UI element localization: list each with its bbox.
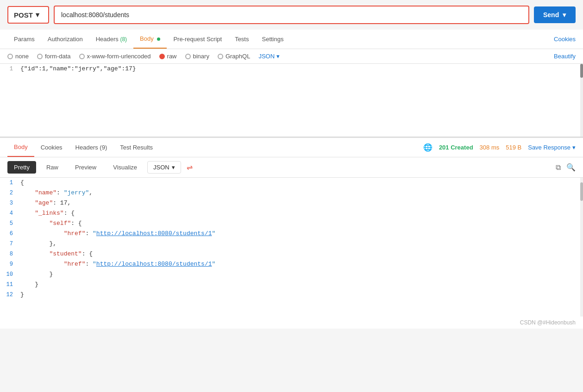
- link-self-href[interactable]: http://localhost:8080/students/1: [96, 230, 212, 237]
- option-graphql[interactable]: GraphQL: [218, 53, 250, 60]
- radio-form-data[interactable]: [37, 54, 43, 59]
- beautify-button[interactable]: Beautify: [554, 53, 576, 60]
- format-bar: Pretty Raw Preview Visualize JSON ▾ ⇌ ⧉ …: [0, 157, 583, 178]
- resp-line-11: 11 }: [0, 280, 583, 290]
- scrollbar-thumb: [580, 64, 583, 78]
- resp-line-10: 10 }: [0, 269, 583, 280]
- editor-line-1: 1 {"id":1,"name":"jerry","age":17}: [0, 64, 583, 74]
- method-chevron: ▾: [36, 11, 39, 19]
- cookies-link[interactable]: Cookies: [554, 30, 576, 48]
- tab-headers[interactable]: Headers (8): [89, 30, 133, 48]
- radio-binary[interactable]: [185, 54, 191, 59]
- body-active-dot: [157, 37, 160, 41]
- tab-response-body[interactable]: Body: [7, 138, 34, 157]
- search-icon[interactable]: 🔍: [566, 163, 576, 172]
- request-tabs-row: Params Authorization Headers (8) Body Pr…: [0, 30, 583, 49]
- top-bar: POST ▾ Send ▾: [0, 0, 583, 30]
- resp-line-2: 2 "name": "jerry",: [0, 188, 583, 198]
- response-tabs-row: Body Cookies Headers (9) Test Results 🌐 …: [0, 138, 583, 157]
- send-button[interactable]: Send ▾: [534, 6, 576, 23]
- option-binary[interactable]: binary: [185, 53, 209, 60]
- option-raw[interactable]: raw: [159, 53, 177, 60]
- format-bar-right: ⧉ 🔍: [556, 163, 576, 172]
- line-number: 1: [0, 64, 19, 74]
- json-format-select[interactable]: JSON ▾: [258, 53, 280, 60]
- option-form-data[interactable]: form-data: [37, 53, 71, 60]
- tab-tests[interactable]: Tests: [228, 30, 255, 48]
- tab-response-cookies[interactable]: Cookies: [34, 138, 69, 156]
- resp-line-4: 4 "_links": {: [0, 208, 583, 218]
- response-meta: 🌐 201 Created 308 ms 519 B Save Response…: [423, 138, 576, 156]
- method-label: POST: [14, 11, 33, 19]
- wrap-icon[interactable]: ⇌: [187, 163, 193, 172]
- response-body: 1 { 2 "name": "jerry", 3 "age": 17, 4 "_…: [0, 178, 583, 317]
- radio-urlencoded[interactable]: [79, 54, 85, 59]
- resp-line-9: 9 "href": "http://localhost:8080/student…: [0, 259, 583, 269]
- scrollbar-thumb: [580, 182, 583, 201]
- tab-body[interactable]: Body: [133, 30, 167, 49]
- editor-scrollbar[interactable]: [580, 64, 583, 137]
- tab-test-results[interactable]: Test Results: [113, 138, 159, 156]
- resp-line-5: 5 "self": {: [0, 218, 583, 229]
- url-input[interactable]: [54, 6, 529, 24]
- response-scrollbar[interactable]: [580, 178, 583, 317]
- radio-none[interactable]: [7, 54, 13, 59]
- tab-response-headers[interactable]: Headers (9): [69, 138, 114, 156]
- resp-line-1: 1 {: [0, 178, 583, 188]
- response-size: 519 B: [506, 144, 521, 151]
- resp-line-6: 6 "href": "http://localhost:8080/student…: [0, 229, 583, 239]
- resp-line-8: 8 "student": {: [0, 249, 583, 259]
- send-chevron: ▾: [563, 11, 566, 19]
- line-content[interactable]: {"id":1,"name":"jerry","age":17}: [19, 64, 583, 74]
- link-student-href[interactable]: http://localhost:8080/students/1: [96, 261, 212, 268]
- status-badge: 201 Created: [439, 144, 473, 151]
- method-select[interactable]: POST ▾: [7, 6, 49, 24]
- response-format-select[interactable]: JSON ▾: [147, 161, 181, 174]
- option-none[interactable]: none: [7, 53, 29, 60]
- tab-params[interactable]: Params: [7, 30, 41, 48]
- radio-raw[interactable]: [159, 54, 165, 59]
- option-urlencoded[interactable]: x-www-form-urlencoded: [79, 53, 151, 60]
- format-visualize[interactable]: Visualize: [107, 161, 144, 174]
- body-options-bar: none form-data x-www-form-urlencoded raw…: [0, 49, 583, 64]
- response-time: 308 ms: [480, 144, 500, 151]
- watermark: CSDN @#Hideonbush: [0, 317, 583, 329]
- send-label: Send: [543, 11, 559, 19]
- tab-authorization[interactable]: Authorization: [41, 30, 89, 48]
- format-raw[interactable]: Raw: [40, 161, 65, 174]
- globe-icon: 🌐: [423, 143, 433, 152]
- format-preview[interactable]: Preview: [69, 161, 103, 174]
- resp-line-3: 3 "age": 17,: [0, 198, 583, 208]
- request-editor: 1 {"id":1,"name":"jerry","age":17}: [0, 64, 583, 138]
- save-response-button[interactable]: Save Response ▾: [528, 144, 576, 151]
- tab-pre-request[interactable]: Pre-request Script: [167, 30, 228, 48]
- resp-line-12: 12 }: [0, 290, 583, 300]
- radio-graphql[interactable]: [218, 54, 223, 59]
- copy-icon[interactable]: ⧉: [556, 163, 561, 172]
- tab-settings[interactable]: Settings: [255, 30, 290, 48]
- resp-line-7: 7 },: [0, 239, 583, 249]
- format-pretty[interactable]: Pretty: [7, 161, 36, 174]
